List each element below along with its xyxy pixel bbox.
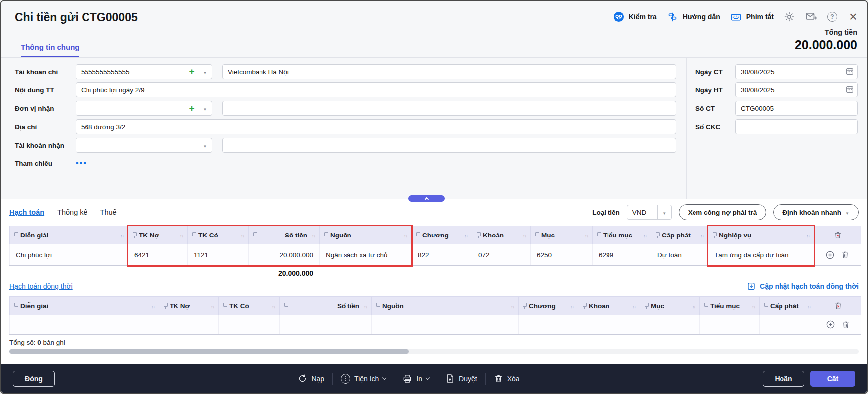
column-header-source[interactable]: Nguồn xyxy=(372,297,519,315)
tab-accounting[interactable]: Hạch toán xyxy=(9,208,44,216)
reference-more-button[interactable]: ••• xyxy=(76,159,87,168)
cell-debit-account[interactable]: 6421 xyxy=(128,244,188,266)
sort-icon[interactable] xyxy=(700,232,704,239)
column-header-source[interactable]: Nguồn xyxy=(320,226,412,244)
pin-icon[interactable] xyxy=(582,303,586,309)
add-row-icon[interactable] xyxy=(825,250,835,260)
sort-icon[interactable] xyxy=(807,302,811,310)
sort-icon[interactable] xyxy=(632,302,636,310)
cell-chapter[interactable]: 822 xyxy=(412,244,472,266)
tab-general-info[interactable]: Thông tin chung xyxy=(21,43,79,57)
utilities-button[interactable]: Tiện ích xyxy=(341,374,386,384)
pin-icon[interactable] xyxy=(376,303,380,309)
column-header-item-group[interactable]: Khoản xyxy=(578,297,640,315)
shortcut-button[interactable]: Phím tắt xyxy=(730,11,774,23)
sort-icon[interactable] xyxy=(806,232,810,239)
currency-select[interactable]: VND xyxy=(627,205,672,220)
sort-icon[interactable] xyxy=(272,302,275,310)
send-mail-icon[interactable] xyxy=(805,11,817,23)
cell-amount[interactable]: 20.000.000 xyxy=(249,244,320,266)
payment-content-input[interactable] xyxy=(76,82,676,97)
paying-account-input[interactable] xyxy=(76,65,186,79)
pin-icon[interactable] xyxy=(324,232,328,238)
cell-description[interactable]: Chi phúc lợi xyxy=(10,244,128,266)
cell-allocation[interactable]: Dự toán xyxy=(651,244,708,266)
column-header-amount[interactable]: Số tiền xyxy=(280,297,372,315)
calendar-icon[interactable] xyxy=(845,67,854,76)
check-number-input[interactable] xyxy=(735,119,858,134)
reload-button[interactable]: Nạp xyxy=(298,374,324,383)
pin-icon[interactable] xyxy=(223,303,227,309)
pin-icon[interactable] xyxy=(597,232,601,238)
column-header-chapter[interactable]: Chương xyxy=(412,226,472,244)
column-header-item[interactable]: Mục xyxy=(640,297,700,315)
save-button[interactable]: Cất xyxy=(810,371,855,387)
pin-icon[interactable] xyxy=(253,232,257,238)
column-header-credit-account[interactable]: TK Có xyxy=(188,226,249,244)
column-header-debit-account[interactable]: TK Nợ xyxy=(128,226,188,244)
pin-icon[interactable] xyxy=(416,232,420,238)
calendar-icon[interactable] xyxy=(845,85,854,94)
sort-icon[interactable] xyxy=(211,302,214,310)
sort-icon[interactable] xyxy=(511,302,514,310)
column-header-operation[interactable]: Nghiệp vụ xyxy=(708,226,814,244)
sort-icon[interactable] xyxy=(570,302,574,310)
receiver-name-input[interactable] xyxy=(222,101,676,116)
pin-icon[interactable] xyxy=(476,232,480,238)
sort-icon[interactable] xyxy=(643,232,647,239)
check-button[interactable]: Kiểm tra xyxy=(613,11,657,23)
print-button[interactable]: In xyxy=(402,374,429,384)
column-header-credit-account[interactable]: TK Có xyxy=(219,297,280,315)
cell-source[interactable]: Ngân sách xã tự chủ xyxy=(320,244,412,266)
sort-icon[interactable] xyxy=(180,232,183,239)
sort-icon[interactable] xyxy=(151,302,155,310)
tab-tax[interactable]: Thuế xyxy=(100,208,117,216)
column-header-allocation[interactable]: Cấp phát xyxy=(760,297,815,315)
currency-dropdown[interactable] xyxy=(657,205,671,219)
column-header-description[interactable]: Diễn giải xyxy=(10,226,128,244)
doc-number-input[interactable] xyxy=(735,101,858,116)
sort-icon[interactable] xyxy=(752,302,755,310)
column-header-allocation[interactable]: Cấp phát xyxy=(651,226,708,244)
cell-sub-item[interactable]: 6299 xyxy=(593,244,651,266)
cell-item[interactable]: 6250 xyxy=(531,244,593,266)
close-button[interactable]: Đóng xyxy=(13,371,55,387)
guide-button[interactable]: Hướng dẫn xyxy=(667,11,720,23)
sort-icon[interactable] xyxy=(464,232,468,239)
column-header-chapter[interactable]: Chương xyxy=(519,297,578,315)
pin-icon[interactable] xyxy=(14,232,18,238)
paying-account-dropdown[interactable] xyxy=(198,65,212,79)
sort-icon[interactable] xyxy=(585,232,588,239)
sort-icon[interactable] xyxy=(404,232,407,239)
pin-icon[interactable] xyxy=(764,303,768,309)
receiving-account-input[interactable] xyxy=(76,138,198,152)
add-receiver-icon[interactable]: + xyxy=(186,101,198,115)
add-row-icon[interactable] xyxy=(826,320,835,329)
close-icon[interactable]: × xyxy=(847,11,859,23)
address-input[interactable] xyxy=(76,119,676,134)
update-simultaneous-posting-link[interactable]: Cập nhật hạch toán đồng thời xyxy=(747,282,859,291)
sort-icon[interactable] xyxy=(241,232,244,239)
column-header-delete-all[interactable] xyxy=(815,297,861,315)
receiver-unit-dropdown[interactable] xyxy=(198,101,212,115)
receiving-bank-input[interactable] xyxy=(222,138,676,153)
pin-icon[interactable] xyxy=(712,232,716,238)
column-header-debit-account[interactable]: TK Nợ xyxy=(159,297,219,315)
cell-item-group[interactable]: 072 xyxy=(472,244,531,266)
collapse-form-button[interactable] xyxy=(408,195,445,202)
pin-icon[interactable] xyxy=(14,303,18,309)
sort-icon[interactable] xyxy=(120,232,124,239)
pin-icon[interactable] xyxy=(192,232,196,238)
pin-icon[interactable] xyxy=(535,232,539,238)
column-header-item[interactable]: Mục xyxy=(531,226,593,244)
horizontal-scrollbar-thumb[interactable] xyxy=(9,349,409,354)
sort-icon[interactable] xyxy=(523,232,526,239)
postpone-button[interactable]: Hoãn xyxy=(763,371,804,387)
pin-icon[interactable] xyxy=(132,232,136,238)
column-header-delete-all[interactable] xyxy=(814,226,861,244)
pin-icon[interactable] xyxy=(284,303,288,309)
cell-credit-account[interactable]: 1121 xyxy=(188,244,249,266)
bank-name-input[interactable] xyxy=(222,64,676,79)
pin-icon[interactable] xyxy=(655,232,659,238)
pin-icon[interactable] xyxy=(704,303,708,309)
